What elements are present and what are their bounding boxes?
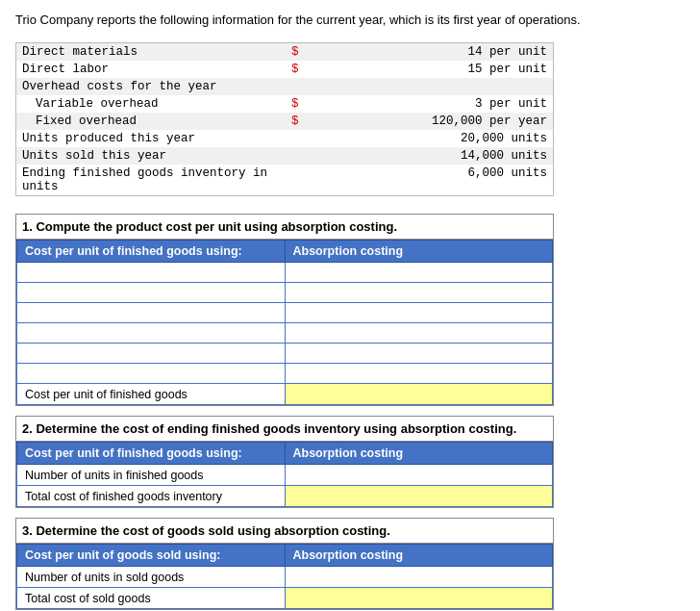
info-label: Fixed overhead [16, 113, 286, 130]
info-row: Ending finished goods inventory in units… [16, 165, 554, 196]
info-label: Units sold this year [16, 147, 286, 165]
section3-col2-header: Absorption costing [285, 545, 553, 567]
section2: 2. Determine the cost of ending finished… [15, 416, 554, 508]
row-label [17, 364, 286, 384]
info-row: Variable overhead$3 per unit [16, 95, 554, 113]
row-label [17, 344, 286, 364]
row-input[interactable] [285, 465, 553, 486]
info-value: 120,000 per year [305, 113, 554, 130]
info-row: Overhead costs for the year [16, 78, 554, 95]
section2-header: 2. Determine the cost of ending finished… [16, 417, 553, 442]
info-row: Direct materials$14 per unit [16, 43, 554, 62]
info-sym: $ [286, 61, 305, 78]
table-row [17, 344, 553, 364]
info-value: 14 per unit [305, 43, 554, 62]
section1-col2-header: Absorption costing [285, 241, 553, 263]
section3-header: 3. Determine the cost of goods sold usin… [16, 519, 553, 544]
row-input[interactable] [285, 283, 553, 303]
section2-col1-header: Cost per unit of finished goods using: [17, 443, 286, 465]
section1-col1-header: Cost per unit of finished goods using: [17, 241, 286, 263]
table-row: Number of units in sold goods [17, 567, 553, 588]
info-value [305, 78, 554, 95]
info-table: Direct materials$14 per unitDirect labor… [15, 42, 554, 196]
row-label [17, 323, 286, 344]
row-input[interactable] [285, 486, 553, 507]
info-sym [286, 147, 305, 165]
table-row: Total cost of sold goods [17, 588, 553, 609]
info-sym [286, 165, 305, 196]
info-sym: $ [286, 113, 305, 130]
row-input[interactable] [285, 364, 553, 384]
section2-table: Cost per unit of finished goods using: A… [16, 442, 553, 507]
info-label: Ending finished goods inventory in units [16, 165, 286, 196]
info-sym: $ [286, 95, 305, 113]
info-sym [286, 78, 305, 95]
table-row [17, 364, 553, 384]
info-sym: $ [286, 43, 305, 62]
info-row: Direct labor$15 per unit [16, 61, 554, 78]
section1-table: Cost per unit of finished goods using: A… [16, 240, 553, 405]
row-input[interactable] [285, 567, 553, 588]
row-input[interactable] [285, 263, 553, 283]
info-row: Units produced this year20,000 units [16, 130, 554, 147]
intro-text: Trio Company reports the following infor… [15, 12, 685, 29]
section3-col1-header: Cost per unit of goods sold using: [17, 545, 286, 567]
row-label: Number of units in finished goods [17, 465, 286, 486]
section3: 3. Determine the cost of goods sold usin… [15, 518, 554, 610]
row-label [17, 303, 286, 323]
table-row [17, 303, 553, 323]
table-row: Number of units in finished goods [17, 465, 553, 486]
row-input[interactable] [285, 588, 553, 609]
row-label [17, 283, 286, 303]
table-row: Total cost of finished goods inventory [17, 486, 553, 507]
table-row [17, 323, 553, 344]
info-label: Direct labor [16, 61, 286, 78]
info-value: 15 per unit [305, 61, 554, 78]
row-label [17, 263, 286, 283]
section1-total-input[interactable] [285, 384, 553, 405]
section1: 1. Compute the product cost per unit usi… [15, 214, 554, 406]
row-label: Number of units in sold goods [17, 567, 286, 588]
table-row [17, 263, 553, 283]
info-row: Fixed overhead$120,000 per year [16, 113, 554, 130]
info-value: 14,000 units [305, 147, 554, 165]
section1-header: 1. Compute the product cost per unit usi… [16, 215, 553, 240]
info-label: Overhead costs for the year [16, 78, 286, 95]
row-input[interactable] [285, 303, 553, 323]
row-input[interactable] [285, 323, 553, 344]
info-label: Variable overhead [16, 95, 286, 113]
info-sym [286, 130, 305, 147]
table-row [17, 283, 553, 303]
info-label: Units produced this year [16, 130, 286, 147]
section3-table: Cost per unit of goods sold using: Absor… [16, 544, 553, 609]
row-label: Total cost of finished goods inventory [17, 486, 286, 507]
info-row: Units sold this year14,000 units [16, 147, 554, 165]
info-value: 6,000 units [305, 165, 554, 196]
info-label: Direct materials [16, 43, 286, 62]
row-label: Total cost of sold goods [17, 588, 286, 609]
info-value: 3 per unit [305, 95, 554, 113]
section1-total-label: Cost per unit of finished goods [17, 384, 286, 405]
row-input[interactable] [285, 344, 553, 364]
section2-col2-header: Absorption costing [285, 443, 553, 465]
info-value: 20,000 units [305, 130, 554, 147]
